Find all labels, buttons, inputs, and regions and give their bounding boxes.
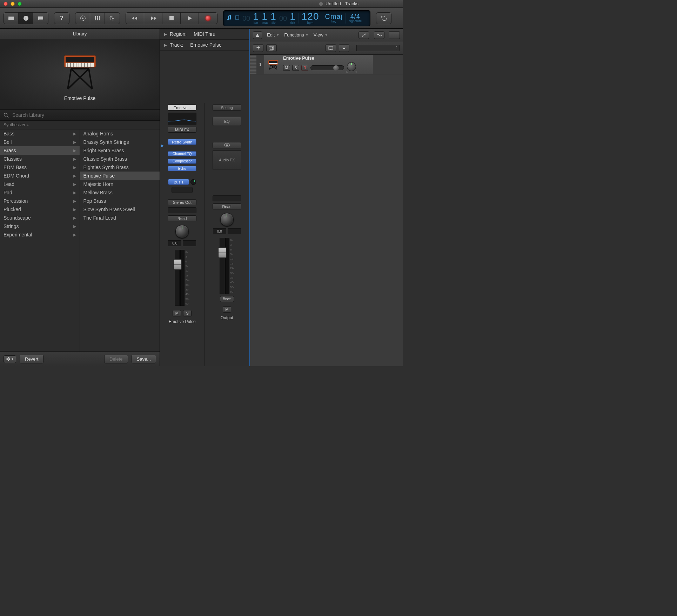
library-category[interactable]: Bass▶ — [0, 129, 80, 138]
revert-button[interactable]: Revert — [20, 355, 43, 363]
track-record-enable[interactable]: R — [301, 65, 308, 71]
mixer-toggle[interactable] — [90, 13, 105, 24]
library-category[interactable]: Pad▶ — [0, 188, 80, 197]
library-patch[interactable]: Majestic Horn — [80, 180, 160, 188]
edit-menu[interactable]: Edit▼ — [267, 32, 279, 38]
eq-slot[interactable]: EQ — [213, 117, 241, 126]
audio-fx-slot[interactable]: Audio FX — [213, 150, 241, 169]
library-toggle[interactable] — [4, 13, 19, 24]
automation-mode[interactable]: Read — [213, 203, 241, 209]
output-slot[interactable]: Stereo Out — [168, 199, 196, 205]
library-category[interactable]: Experimental▶ — [0, 230, 80, 239]
send-slot[interactable]: Bus 1 — [168, 179, 189, 185]
library-patch[interactable]: Bright Synth Brass — [80, 146, 160, 155]
library-category[interactable]: Percussion▶ — [0, 197, 80, 205]
group-slot[interactable] — [168, 207, 196, 213]
window-minimize[interactable] — [11, 2, 15, 6]
record-button[interactable] — [199, 13, 217, 24]
audio-fx-slot[interactable]: Echo — [168, 166, 196, 171]
library-patch[interactable]: Emotive Pulse — [80, 172, 160, 180]
search-input[interactable] — [12, 112, 156, 118]
rewind-button[interactable] — [126, 13, 144, 24]
track-pan-knob[interactable] — [347, 62, 356, 71]
midi-fx-slot[interactable]: MIDI FX — [168, 127, 196, 133]
functions-menu[interactable]: Functions▼ — [284, 32, 308, 38]
track-volume-slider[interactable] — [310, 65, 344, 70]
library-category[interactable]: Brass▶ — [0, 146, 80, 155]
arrange-empty-area[interactable] — [250, 74, 403, 366]
setting-slot[interactable]: Setting — [213, 105, 241, 111]
library-category[interactable]: Plucked▶ — [0, 205, 80, 214]
track-disclosure[interactable]: ▶Track: Emotive Pulse — [160, 40, 249, 51]
inspector-toggle[interactable] — [19, 13, 33, 24]
library-action-menu[interactable]: ✻▼ — [4, 355, 16, 363]
library-category[interactable]: EDM Bass▶ — [0, 163, 80, 172]
mute-button[interactable]: M — [223, 306, 231, 313]
audio-fx-slot[interactable]: Channel EQ — [168, 151, 196, 156]
delete-button[interactable]: Delete — [104, 355, 128, 363]
track-solo[interactable]: S — [292, 65, 299, 71]
bounce-button[interactable]: Bnce — [220, 296, 234, 302]
group-slot[interactable] — [213, 195, 241, 201]
flex-toggle[interactable] — [374, 31, 384, 39]
lcd-display[interactable]: 00 1bar 1beat 1div 00 1tick 120bpm Cmajk… — [223, 10, 370, 26]
pan-knob[interactable] — [175, 225, 189, 238]
editors-toggle[interactable] — [105, 13, 120, 24]
track-grab-handle[interactable] — [250, 55, 256, 74]
catch-toggle[interactable] — [389, 31, 400, 39]
automation-toggle[interactable] — [358, 31, 369, 39]
peak-readout — [183, 240, 196, 246]
track-header[interactable]: Emotive Pulse M S R LR — [264, 55, 373, 74]
track-region-lane[interactable] — [373, 55, 403, 74]
eq-thumbnail[interactable] — [168, 113, 196, 125]
send-knob[interactable] — [190, 179, 196, 185]
help-button[interactable]: ? — [54, 13, 69, 24]
track-filter[interactable] — [339, 44, 349, 52]
track-mute[interactable]: M — [283, 65, 290, 71]
library-patch[interactable]: Eighties Synth Brass — [80, 163, 160, 172]
loop-button[interactable] — [376, 13, 391, 24]
library-category[interactable]: Lead▶ — [0, 180, 80, 188]
up-button[interactable]: ▲ — [253, 31, 262, 39]
instrument-slot[interactable]: Retro Synth — [168, 139, 196, 145]
library-patch[interactable]: Brassy Synth Strings — [80, 138, 160, 146]
library-patch[interactable]: The Final Lead — [80, 214, 160, 222]
region-disclosure[interactable]: ▶Region: MIDI Thru — [160, 29, 249, 40]
svg-point-0 — [319, 2, 323, 6]
balance-knob[interactable] — [220, 213, 234, 226]
library-patch[interactable]: Analog Horns — [80, 129, 160, 138]
library-category[interactable]: EDM Chord▶ — [0, 172, 80, 180]
library-category[interactable]: Classics▶ — [0, 155, 80, 163]
svg-rect-43 — [343, 48, 345, 49]
library-patch[interactable]: Mellow Brass — [80, 188, 160, 197]
timeline-ruler[interactable]: 2 — [356, 45, 400, 51]
library-patch[interactable]: Pop Brass — [80, 197, 160, 205]
save-button[interactable]: Save... — [132, 355, 156, 363]
window-zoom[interactable] — [18, 2, 22, 6]
library-category[interactable]: Strings▶ — [0, 222, 80, 230]
duplicate-track-button[interactable]: + — [266, 44, 277, 52]
library-breadcrumb[interactable]: Synthesizer ▸ — [0, 121, 160, 129]
stereo-slot[interactable] — [213, 142, 241, 148]
view-menu[interactable]: View▼ — [314, 32, 328, 38]
volume-fader[interactable] — [220, 238, 224, 294]
smart-controls-toggle[interactable] — [75, 13, 90, 24]
add-track-button[interactable]: + — [253, 44, 263, 52]
preset-slot[interactable]: Emotive... — [168, 105, 196, 111]
track-header-config[interactable] — [326, 44, 336, 52]
library-category[interactable]: Bell▶ — [0, 138, 80, 146]
window-close[interactable] — [4, 2, 8, 6]
stop-button[interactable] — [162, 13, 181, 24]
audio-fx-slot[interactable]: Compressor — [168, 159, 196, 164]
library-category[interactable]: Soundscape▶ — [0, 214, 80, 222]
quick-help-toggle[interactable] — [33, 13, 48, 24]
solo-button[interactable]: S — [183, 310, 192, 316]
forward-button[interactable] — [144, 13, 162, 24]
library-patch[interactable]: Classic Synth Brass — [80, 155, 160, 163]
mute-button[interactable]: M — [173, 310, 181, 316]
automation-mode[interactable]: Read — [168, 215, 196, 221]
play-button[interactable] — [181, 13, 199, 24]
library-patch[interactable]: Slow Synth Brass Swell — [80, 205, 160, 214]
volume-fader[interactable] — [175, 250, 180, 306]
track-name[interactable]: Emotive Pulse — [283, 55, 370, 61]
